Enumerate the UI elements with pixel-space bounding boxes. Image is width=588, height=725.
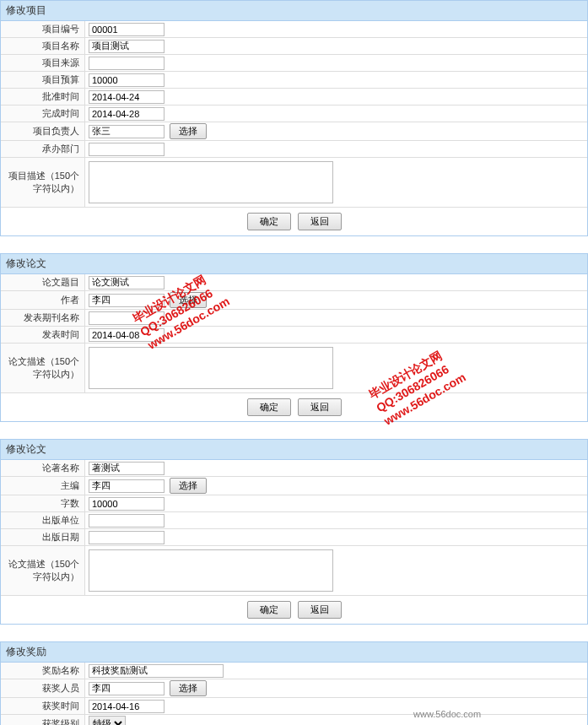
- form-label: 发表期刊名称: [1, 310, 85, 326]
- text-input[interactable]: [89, 143, 165, 156]
- form-block: 修改项目项目编号项目名称项目来源项目预算批准时间完成时间项目负责人选择承办部门项…: [0, 0, 588, 236]
- form-label: 项目来源: [1, 55, 85, 71]
- form-label: 承办部门: [1, 141, 85, 157]
- form-row: 论著名称: [1, 460, 587, 477]
- text-input[interactable]: [89, 107, 165, 121]
- form-value: [85, 106, 587, 122]
- form-value: [85, 529, 587, 545]
- form-row: 论文题目: [1, 274, 587, 291]
- form-value: 选择: [85, 679, 587, 697]
- form-value: [85, 72, 587, 88]
- form-label: 论文描述（150个字符以内）: [1, 546, 85, 595]
- form-value: [85, 274, 587, 290]
- form-label: 获奖时间: [1, 698, 85, 714]
- text-input[interactable]: [89, 462, 165, 475]
- form-row: 承办部门: [1, 141, 587, 158]
- select-button[interactable]: 选择: [170, 478, 207, 494]
- description-textarea[interactable]: [89, 161, 333, 203]
- form-value: [85, 21, 587, 37]
- form-value: [85, 698, 587, 714]
- form-row: 项目名称: [1, 38, 587, 55]
- text-input[interactable]: [89, 311, 165, 325]
- form-row: 出版单位: [1, 512, 587, 529]
- form-value: 选择: [85, 477, 587, 495]
- back-button[interactable]: 返回: [298, 398, 342, 416]
- text-input[interactable]: [89, 294, 165, 307]
- form-value: [85, 495, 587, 511]
- form-value: [85, 663, 587, 679]
- form-value: 特级: [85, 715, 587, 725]
- select-button[interactable]: 选择: [170, 680, 207, 696]
- form-value: [85, 310, 587, 326]
- text-input[interactable]: [89, 125, 165, 138]
- text-input[interactable]: [89, 73, 165, 87]
- form-value: [85, 460, 587, 476]
- text-input[interactable]: [89, 40, 165, 53]
- text-input[interactable]: [89, 23, 165, 36]
- form-label: 项目预算: [1, 72, 85, 88]
- form-row: 奖励名称: [1, 663, 587, 679]
- text-input[interactable]: [89, 497, 165, 511]
- text-input[interactable]: [89, 479, 165, 493]
- form-block: 修改奖励奖励名称获奖人员选择获奖时间获奖级别特级授奖部门奖励描述（150个字符以…: [0, 641, 588, 725]
- description-textarea[interactable]: [89, 347, 333, 389]
- text-input[interactable]: [89, 700, 165, 713]
- form-value: [85, 55, 587, 71]
- form-title: 修改论文: [1, 440, 587, 460]
- form-row: 字数: [1, 495, 587, 512]
- back-button[interactable]: 返回: [298, 213, 342, 230]
- form-label: 主编: [1, 477, 85, 495]
- confirm-button[interactable]: 确定: [247, 398, 291, 416]
- form-label: 项目编号: [1, 21, 85, 37]
- back-button[interactable]: 返回: [298, 601, 342, 619]
- form-label: 出版日期: [1, 529, 85, 545]
- form-block: 修改论文论著名称主编选择字数出版单位出版日期论文描述（150个字符以内）确定返回: [0, 439, 588, 625]
- form-label: 出版单位: [1, 512, 85, 528]
- form-row: 主编选择: [1, 477, 587, 495]
- form-label: 论文描述（150个字符以内）: [1, 344, 85, 392]
- form-value: [85, 344, 587, 392]
- form-label: 项目名称: [1, 38, 85, 54]
- text-input[interactable]: [89, 276, 165, 289]
- form-row: 完成时间: [1, 106, 587, 122]
- form-value: [85, 327, 587, 343]
- form-row: 项目编号: [1, 21, 587, 38]
- text-input[interactable]: [89, 90, 165, 104]
- form-title: 修改奖励: [1, 642, 587, 663]
- button-row: 确定返回: [1, 393, 587, 421]
- form-label: 作者: [1, 291, 85, 309]
- form-row: 项目预算: [1, 72, 587, 89]
- form-value: [85, 546, 587, 595]
- form-row: 论文描述（150个字符以内）: [1, 546, 587, 596]
- text-input[interactable]: [89, 531, 165, 544]
- text-input[interactable]: [89, 664, 224, 678]
- form-label: 获奖人员: [1, 679, 85, 697]
- select-button[interactable]: 选择: [170, 123, 207, 139]
- form-value: [85, 141, 587, 157]
- form-value: 选择: [85, 291, 587, 309]
- text-input[interactable]: [89, 514, 165, 528]
- text-input[interactable]: [89, 682, 165, 695]
- confirm-button[interactable]: 确定: [247, 601, 291, 619]
- description-textarea[interactable]: [89, 549, 333, 592]
- form-title: 修改论文: [1, 254, 587, 274]
- text-input[interactable]: [89, 328, 165, 342]
- form-label: 论文题目: [1, 274, 85, 290]
- form-row: 出版日期: [1, 529, 587, 546]
- form-value: [85, 158, 587, 207]
- form-label: 项目描述（150个字符以内）: [1, 158, 85, 207]
- button-row: 确定返回: [1, 208, 587, 235]
- select-button[interactable]: 选择: [170, 292, 207, 308]
- form-label: 论著名称: [1, 460, 85, 476]
- form-row: 获奖时间: [1, 698, 587, 715]
- level-select[interactable]: 特级: [89, 716, 126, 725]
- form-row: 获奖级别特级: [1, 715, 587, 725]
- form-label: 完成时间: [1, 106, 85, 122]
- confirm-button[interactable]: 确定: [247, 213, 291, 230]
- form-row: 项目来源: [1, 55, 587, 72]
- form-label: 发表时间: [1, 327, 85, 343]
- text-input[interactable]: [89, 57, 165, 70]
- form-value: [85, 512, 587, 528]
- form-block: 修改论文论文题目作者选择发表期刊名称发表时间论文描述（150个字符以内）确定返回: [0, 253, 588, 422]
- form-label: 获奖级别: [1, 715, 85, 725]
